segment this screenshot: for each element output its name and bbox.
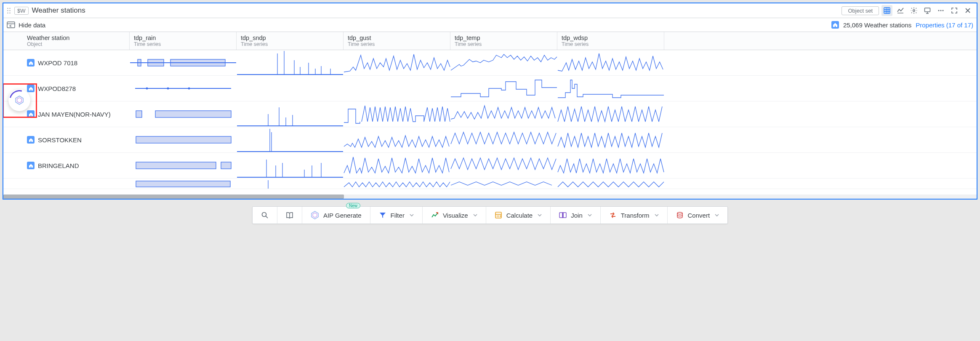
- col-header-wdsp[interactable]: tdp_wdsp Time series: [557, 32, 664, 50]
- aip-icon: [311, 211, 319, 219]
- chevron-down-icon: [655, 213, 659, 217]
- close-icon[interactable]: [962, 5, 973, 16]
- table-row[interactable]: BRINGELAND: [3, 153, 977, 178]
- aip-generate-button[interactable]: New AIP Generate: [302, 207, 370, 224]
- svg-line-59: [266, 216, 268, 218]
- object-set-button[interactable]: Object set: [842, 6, 879, 15]
- sparkline-sndp: [237, 76, 344, 101]
- svg-point-33: [146, 88, 148, 90]
- col-header-sndp[interactable]: tdp_sndp Time series: [237, 32, 344, 50]
- weather-stations-panel: $W Weather stations Object set: [3, 3, 977, 200]
- properties-link[interactable]: Properties (17 of 17): [916, 21, 973, 29]
- sparkline-temp: [450, 101, 557, 127]
- sparkline-wdsp: [557, 127, 664, 152]
- present-icon[interactable]: [922, 5, 933, 16]
- svg-rect-43: [136, 136, 231, 143]
- table-row[interactable]: SORSTOKKEN: [3, 127, 977, 153]
- aip-loading-badge[interactable]: [6, 87, 33, 114]
- table-row[interactable]: WXPOD8278: [3, 76, 977, 101]
- panel-title: Weather stations: [32, 6, 839, 15]
- join-icon: [559, 211, 567, 219]
- sparkline-wdsp: [557, 101, 664, 127]
- sparkline-sndp: [237, 153, 344, 178]
- filter-button[interactable]: Filter: [370, 207, 423, 224]
- svg-point-34: [167, 88, 169, 90]
- sparkline-wdsp: [557, 76, 664, 101]
- column-headers: Weather station Object tdp_rain Time ser…: [3, 32, 977, 50]
- svg-rect-37: [155, 111, 231, 117]
- sparkline-wdsp: [557, 153, 664, 178]
- new-badge: New: [346, 203, 360, 208]
- more-icon[interactable]: [935, 5, 946, 16]
- svg-rect-7: [925, 8, 930, 12]
- row-name-cell: [3, 178, 130, 189]
- sparkline-rain: [130, 50, 237, 75]
- object-count: 25,069 Weather stations: [843, 21, 911, 29]
- sparkline-rain: [130, 101, 237, 127]
- object-icon: [27, 162, 35, 169]
- svg-rect-69: [562, 213, 563, 218]
- sparkline-sndp: [237, 178, 344, 189]
- variable-chip[interactable]: $W: [14, 7, 29, 15]
- table-row[interactable]: [3, 178, 977, 189]
- transform-button[interactable]: Transform: [601, 207, 668, 224]
- settings-icon[interactable]: [908, 5, 919, 16]
- svg-rect-56: [136, 181, 230, 187]
- svg-point-11: [940, 10, 942, 11]
- sparkline-gust: [344, 153, 450, 178]
- sparkline-gust: [344, 101, 450, 127]
- col-header-rain[interactable]: tdp_rain Time series: [130, 32, 237, 50]
- transform-icon: [609, 211, 617, 219]
- expand-icon[interactable]: [949, 5, 960, 16]
- search-icon: [261, 211, 269, 219]
- book-icon: [286, 211, 293, 219]
- collapse-icon: [7, 21, 15, 28]
- sparkline-rain: [130, 127, 237, 152]
- sparkline-wdsp: [557, 178, 664, 189]
- svg-rect-0: [884, 8, 890, 13]
- svg-point-12: [943, 10, 944, 11]
- chevron-down-icon: [410, 213, 414, 217]
- chart-view-icon[interactable]: [895, 5, 906, 16]
- chevron-down-icon: [538, 213, 542, 217]
- sparkline-temp: [450, 76, 557, 101]
- sparkline-gust: [344, 178, 450, 189]
- sparkline-gust: [344, 76, 450, 101]
- convert-button[interactable]: Convert: [668, 207, 728, 224]
- chevron-down-icon: [473, 213, 477, 217]
- svg-point-58: [262, 213, 266, 217]
- title-bar: $W Weather stations Object set: [3, 3, 977, 18]
- chevron-down-icon: [588, 213, 592, 217]
- calculate-button[interactable]: Calculate: [486, 207, 551, 224]
- sparkline-temp: [450, 178, 557, 189]
- book-button[interactable]: [277, 207, 302, 224]
- horizontal-scrollbar[interactable]: [3, 194, 977, 199]
- col-header-temp[interactable]: tdp_temp Time series: [450, 32, 557, 50]
- row-name-cell: SORSTOKKEN: [3, 127, 130, 152]
- visualize-button[interactable]: Visualize: [423, 207, 486, 224]
- grid-view-icon[interactable]: [881, 5, 892, 16]
- hide-data-button[interactable]: Hide data: [7, 21, 45, 29]
- svg-marker-60: [312, 211, 318, 219]
- sparkline-sndp: [237, 127, 344, 152]
- object-icon: [27, 59, 35, 67]
- sparkline-gust: [344, 50, 450, 75]
- search-button[interactable]: [253, 207, 277, 224]
- table-row[interactable]: WXPOD 7018: [3, 50, 977, 76]
- svg-point-10: [938, 10, 940, 11]
- visualize-icon: [431, 211, 439, 219]
- sparkline-rain: [130, 153, 237, 178]
- sparkline-rain: [130, 178, 237, 189]
- col-header-gust[interactable]: tdp_gust Time series: [344, 32, 450, 50]
- table-row[interactable]: JAN MAYEN(NOR-NAVY): [3, 101, 977, 127]
- calculate-icon: [495, 211, 502, 219]
- row-name-cell: BRINGELAND: [3, 153, 130, 178]
- svg-rect-48: [221, 162, 231, 169]
- table-rows: WXPOD 7018 WXPOD8278: [3, 50, 977, 194]
- join-button[interactable]: Join: [551, 207, 601, 224]
- col-header-object[interactable]: Weather station Object: [3, 32, 130, 50]
- convert-icon: [676, 211, 684, 219]
- svg-point-35: [188, 88, 190, 90]
- action-toolbar: New AIP Generate Filter Visualize Calcul…: [252, 206, 728, 224]
- drag-handle-icon[interactable]: [7, 7, 11, 14]
